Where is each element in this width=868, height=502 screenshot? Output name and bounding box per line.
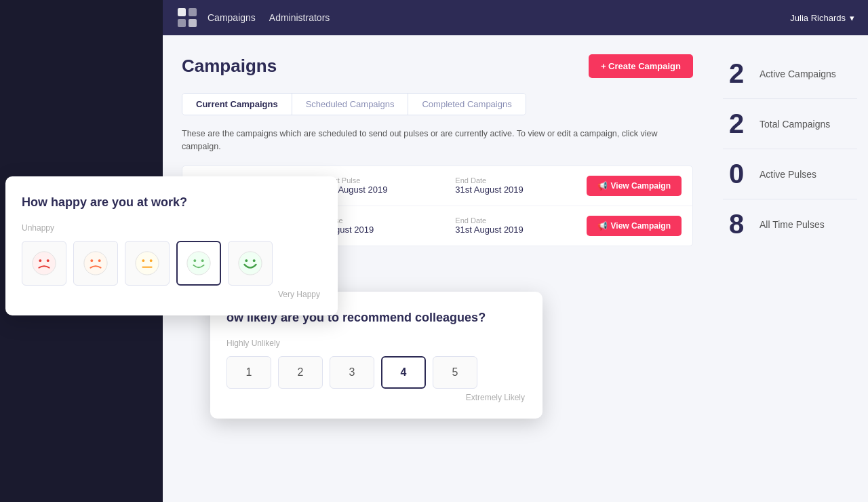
megaphone-icon: 📢 (597, 181, 608, 191)
svg-rect-3 (189, 19, 197, 27)
svg-point-18 (253, 259, 256, 262)
svg-point-17 (245, 259, 248, 262)
svg-point-10 (136, 252, 159, 275)
stat-label: All Time Pulses (760, 219, 825, 230)
emoji-labels: Very Happy (22, 290, 321, 299)
top-nav: Campaigns Administrators Julia Richards … (163, 0, 868, 35)
svg-point-11 (142, 259, 144, 262)
highly-unlikely-label: Highly Unlikely (226, 339, 526, 348)
svg-point-9 (98, 259, 101, 262)
svg-point-15 (201, 259, 204, 262)
stat-total-campaigns: 2 Total Campaigns (723, 99, 857, 149)
svg-rect-0 (178, 8, 186, 16)
svg-rect-1 (189, 8, 197, 16)
info-text: These are the campaigns which are schedu… (182, 128, 693, 153)
svg-point-12 (150, 259, 153, 262)
campaign-next-pulse: Next Pulse 1st August 2019 (324, 176, 455, 195)
page-header: Campaigns + Create Campaign (182, 54, 693, 78)
card-question: How happy are you at work? (22, 195, 321, 210)
number-option-4[interactable]: 4 (381, 356, 426, 389)
very-happy-label: Very Happy (278, 290, 320, 299)
emoji-options (22, 241, 321, 286)
number-option-5[interactable]: 5 (433, 356, 477, 389)
stat-label: Active Campaigns (760, 69, 836, 79)
emoji-option-3[interactable] (125, 241, 170, 286)
view-campaign-button-2[interactable]: 📢 View Campaign (587, 216, 682, 236)
emoji-option-4[interactable] (176, 241, 221, 286)
svg-point-14 (193, 259, 196, 262)
campaign-tabs: Current Campaigns Scheduled Campaigns Co… (182, 93, 526, 115)
stat-number: 0 (723, 159, 750, 189)
nav-administrators[interactable]: Administrators (269, 12, 330, 23)
svg-point-13 (187, 252, 210, 275)
svg-point-4 (33, 252, 56, 275)
emoji-option-2[interactable] (73, 241, 118, 286)
emoji-option-1[interactable] (22, 241, 66, 286)
svg-point-5 (39, 259, 41, 262)
stat-number: 2 (723, 109, 750, 139)
tab-current[interactable]: Current Campaigns (182, 94, 292, 115)
svg-point-6 (47, 259, 50, 262)
unhappy-label: Unhappy (22, 223, 321, 233)
number-labels: Extremely Likely (226, 393, 526, 402)
create-campaign-button[interactable]: + Create Campaign (589, 54, 693, 78)
svg-point-8 (90, 259, 93, 262)
campaign-next-pulse-2: Pulse August 2019 (324, 216, 455, 235)
stat-active-pulses: 0 Active Pulses (723, 149, 857, 199)
number-option-1[interactable]: 1 (226, 356, 271, 389)
number-option-3[interactable]: 3 (330, 356, 374, 389)
view-campaign-button-1[interactable]: 📢 View Campaign (587, 176, 682, 196)
megaphone-icon-2: 📢 (597, 221, 608, 231)
chevron-down-icon: ▾ (850, 13, 854, 23)
nav-campaigns[interactable]: Campaigns (208, 12, 256, 23)
nav-links: Campaigns Administrators (208, 12, 330, 23)
right-panel: 2 Active Campaigns 2 Total Campaigns 0 A… (712, 35, 868, 502)
stat-active-campaigns: 2 Active Campaigns (723, 49, 857, 99)
svg-point-16 (239, 252, 262, 275)
tab-completed[interactable]: Completed Campaigns (408, 94, 525, 115)
number-options: 1 2 3 4 5 (226, 356, 526, 389)
stat-label: Total Campaigns (760, 119, 830, 130)
page-title: Campaigns (182, 56, 277, 77)
svg-point-7 (84, 252, 107, 275)
stat-number: 2 (723, 58, 750, 89)
stat-label: Active Pulses (760, 169, 816, 180)
stat-number: 8 (723, 209, 750, 239)
emoji-rating-card: How happy are you at work? Unhappy (5, 176, 338, 315)
extremely-likely-label: Extremely Likely (466, 393, 525, 402)
emoji-option-5[interactable] (228, 241, 273, 286)
nav-user[interactable]: Julia Richards ▾ (790, 13, 854, 23)
campaign-end-date-2: End Date 31st August 2019 (455, 216, 586, 235)
campaign-end-date: End Date 31st August 2019 (455, 176, 586, 195)
svg-rect-2 (178, 19, 186, 27)
app-logo (176, 7, 198, 28)
number-option-2[interactable]: 2 (278, 356, 323, 389)
tab-scheduled[interactable]: Scheduled Campaigns (292, 94, 409, 115)
stat-all-time-pulses: 8 All Time Pulses (723, 199, 857, 249)
